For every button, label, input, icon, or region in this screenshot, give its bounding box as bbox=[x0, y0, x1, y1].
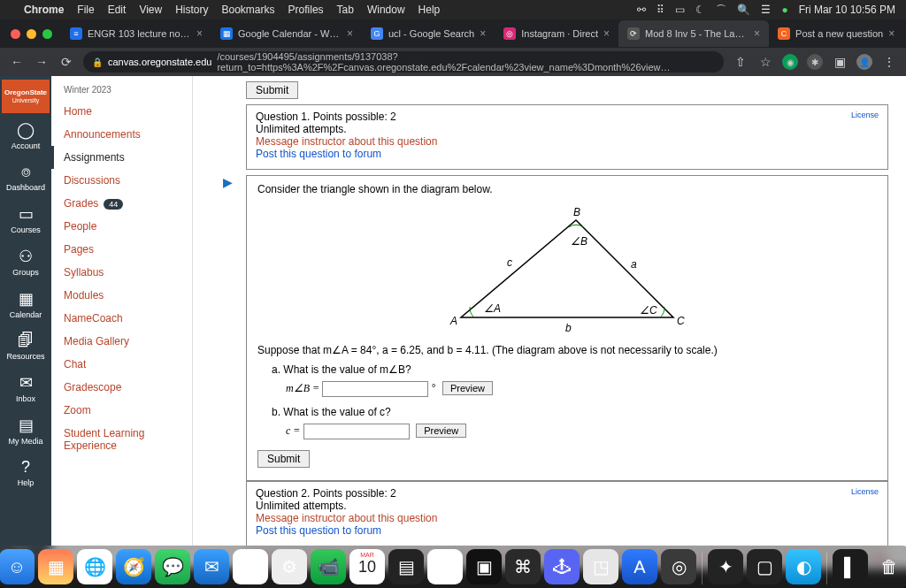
close-icon[interactable] bbox=[11, 29, 20, 39]
dock-app-icon[interactable]: ☺ bbox=[0, 549, 35, 584]
dock-app-icon[interactable]: ⚙ bbox=[272, 549, 307, 584]
control-center-icon[interactable]: ☰ bbox=[761, 4, 771, 16]
institution-logo[interactable]: OregonState University bbox=[2, 80, 50, 113]
dock-app-icon[interactable]: MAR10 bbox=[349, 549, 385, 584]
close-tab-icon[interactable]: × bbox=[888, 27, 894, 40]
menubar-clock[interactable]: Fri Mar 10 10:56 PM bbox=[799, 4, 895, 16]
extension-icon-1[interactable]: ◉ bbox=[782, 54, 798, 70]
dock-app-icon[interactable]: ▣ bbox=[466, 549, 502, 584]
browser-tab[interactable]: CPost a new question× bbox=[769, 20, 903, 47]
global-nav-item[interactable]: ✉Inbox bbox=[0, 366, 51, 409]
dock-app-icon[interactable]: A bbox=[622, 549, 657, 584]
dock-app-icon[interactable]: 〰 bbox=[427, 549, 463, 584]
global-nav-item[interactable]: ▦Calendar bbox=[0, 282, 51, 325]
global-nav-item[interactable]: 🗐Resources bbox=[0, 325, 51, 366]
global-nav-item[interactable]: ▭Courses bbox=[0, 197, 51, 240]
fullscreen-icon[interactable] bbox=[42, 29, 52, 39]
dock-app-icon[interactable]: 🌐 bbox=[77, 549, 112, 584]
menu-tab[interactable]: Tab bbox=[337, 4, 354, 16]
license-link-2[interactable]: License bbox=[851, 487, 879, 496]
browser-tab[interactable]: Gucl - Google Search× bbox=[362, 20, 495, 47]
global-nav-item[interactable]: ▤My Media bbox=[0, 409, 51, 451]
dock-app-icon[interactable]: ◐ bbox=[786, 549, 821, 584]
global-nav-item[interactable]: ◯Account bbox=[0, 113, 51, 156]
close-tab-icon[interactable]: × bbox=[196, 27, 203, 40]
course-nav-item[interactable]: Assignments bbox=[51, 146, 192, 169]
course-nav-item[interactable]: Chat bbox=[51, 353, 192, 376]
submit-button-top[interactable]: Submit bbox=[246, 81, 298, 99]
menu-edit[interactable]: Edit bbox=[108, 4, 127, 16]
menu-help[interactable]: Help bbox=[418, 4, 441, 16]
post-forum-link[interactable]: Post this question to forum bbox=[256, 148, 879, 160]
message-instructor-link-2[interactable]: Message instructor about this question bbox=[256, 512, 879, 524]
dock-app-icon[interactable]: Ⓐ bbox=[233, 549, 268, 584]
browser-tab[interactable]: ⟳Mod 8 Inv 5 - The Law of S× bbox=[618, 20, 769, 47]
course-nav-item[interactable]: Home bbox=[51, 100, 192, 123]
menu-window[interactable]: Window bbox=[367, 4, 405, 16]
course-nav-item[interactable]: Pages bbox=[51, 238, 192, 261]
browser-tab[interactable]: ▦Google Calendar - Week o× bbox=[211, 20, 362, 47]
dock-app-icon[interactable]: 🕹 bbox=[544, 549, 580, 584]
close-tab-icon[interactable]: × bbox=[347, 27, 353, 40]
course-nav-item[interactable]: Gradescope bbox=[51, 376, 192, 399]
window-controls[interactable] bbox=[11, 29, 52, 39]
course-nav-item[interactable]: NameCoach bbox=[51, 307, 192, 330]
spotlight-icon[interactable]: ⠿ bbox=[656, 4, 664, 16]
course-nav-item[interactable]: Syllabus bbox=[51, 261, 192, 284]
dock-app-icon[interactable]: ▤ bbox=[388, 549, 424, 584]
back-button[interactable]: ← bbox=[9, 55, 25, 69]
course-nav-item[interactable]: Announcements bbox=[51, 123, 192, 146]
submit-button-q1[interactable]: Submit bbox=[257, 450, 310, 468]
browser-tab[interactable]: ≡ENGR 103 lecture note - G× bbox=[61, 20, 211, 47]
dock-app-icon[interactable]: ◳ bbox=[583, 549, 618, 584]
battery-icon[interactable]: ▭ bbox=[675, 4, 685, 16]
dock-app-icon[interactable]: 💬 bbox=[155, 549, 190, 584]
share-icon[interactable]: ⇧ bbox=[733, 55, 749, 69]
preview-a-button[interactable]: Preview bbox=[442, 381, 493, 395]
extension-icon-2[interactable]: ✱ bbox=[807, 54, 823, 70]
play-icon[interactable]: ▶ bbox=[223, 175, 233, 189]
course-nav-item[interactable]: Student Learning Experience bbox=[51, 422, 192, 457]
global-nav-item[interactable]: ⚇Groups bbox=[0, 240, 51, 282]
dock-app-icon[interactable]: 📹 bbox=[311, 549, 346, 584]
course-nav-item[interactable]: Zoom bbox=[51, 399, 192, 422]
profile-avatar[interactable]: 👤 bbox=[856, 54, 872, 70]
license-link[interactable]: License bbox=[851, 111, 879, 119]
record-icon[interactable]: ● bbox=[781, 4, 787, 16]
preview-b-button[interactable]: Preview bbox=[416, 424, 466, 438]
star-icon[interactable]: ☆ bbox=[757, 55, 773, 69]
address-bar[interactable]: 🔒 canvas.oregonstate.edu/courses/1904495… bbox=[83, 51, 724, 73]
bluetooth-icon[interactable]: ⚯ bbox=[637, 4, 646, 16]
dock-app-icon[interactable]: ▢ bbox=[747, 549, 782, 584]
menu-history[interactable]: History bbox=[175, 4, 208, 16]
global-nav-item[interactable]: ⌾Dashboard bbox=[0, 156, 51, 197]
dock-app-icon[interactable]: 🧭 bbox=[116, 549, 151, 584]
menu-profiles[interactable]: Profiles bbox=[288, 4, 324, 16]
course-nav-item[interactable]: Modules bbox=[51, 284, 192, 307]
course-nav-item[interactable]: Media Gallery bbox=[51, 330, 192, 353]
close-tab-icon[interactable]: × bbox=[603, 27, 610, 40]
dock-app-icon[interactable]: 🗑 bbox=[871, 549, 906, 584]
course-nav-item[interactable]: Discussions bbox=[51, 169, 192, 192]
message-instructor-link[interactable]: Message instructor about this question bbox=[256, 135, 879, 148]
panel-icon[interactable]: ▣ bbox=[832, 55, 848, 69]
app-name[interactable]: Chrome bbox=[24, 4, 64, 16]
forward-button[interactable]: → bbox=[34, 55, 50, 69]
menu-bookmarks[interactable]: Bookmarks bbox=[222, 4, 275, 16]
dock-app-icon[interactable]: ✦ bbox=[708, 549, 743, 584]
menu-view[interactable]: View bbox=[139, 4, 162, 16]
post-forum-link-2[interactable]: Post this question to forum bbox=[256, 524, 879, 537]
dock-app-icon[interactable]: ⌘ bbox=[505, 549, 541, 584]
dock-app-icon[interactable]: ▌ bbox=[833, 549, 868, 584]
global-nav-item[interactable]: ?Help bbox=[0, 451, 51, 493]
answer-a-input[interactable] bbox=[322, 381, 428, 397]
night-icon[interactable]: ☾ bbox=[695, 4, 705, 16]
course-nav-item[interactable]: People bbox=[51, 215, 192, 238]
reload-button[interactable]: ⟳ bbox=[58, 55, 74, 69]
answer-b-input[interactable] bbox=[303, 424, 410, 439]
dock-app-icon[interactable]: ◎ bbox=[661, 549, 696, 584]
close-tab-icon[interactable]: × bbox=[754, 27, 760, 40]
dock-app-icon[interactable]: ▦ bbox=[38, 549, 73, 584]
search-icon[interactable]: 🔍 bbox=[737, 4, 750, 16]
course-nav-item[interactable]: Grades44 bbox=[51, 192, 192, 215]
